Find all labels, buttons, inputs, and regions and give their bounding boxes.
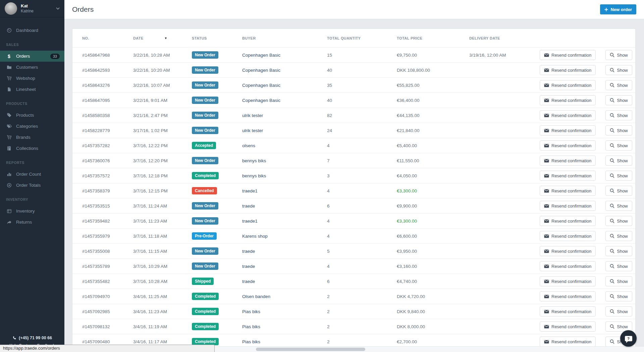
column-header-buyer[interactable]: BUYER (242, 36, 327, 40)
order-date: 3/7/16, 12:22 PM (133, 143, 192, 148)
sidebar-item-label: Brands (16, 135, 31, 140)
orders-count-badge: 33 (50, 54, 60, 59)
buyer-link[interactable]: Karens shop (242, 234, 268, 239)
status-badge: New Order (192, 81, 218, 89)
sidebar-item-order-totals[interactable]: Order Totals (0, 180, 64, 191)
resend-confirmation-button[interactable]: Resend confirmation (540, 246, 596, 256)
resend-confirmation-button[interactable]: Resend confirmation (540, 337, 596, 347)
resend-confirmation-button[interactable]: Resend confirmation (540, 140, 596, 151)
column-header-no[interactable]: NO. (82, 36, 133, 40)
buyer-link[interactable]: Pias biks (242, 339, 260, 344)
show-button[interactable]: Show (605, 125, 632, 135)
resend-confirmation-button[interactable]: Resend confirmation (540, 216, 596, 226)
show-button[interactable]: Show (605, 186, 632, 196)
new-order-button[interactable]: New order (600, 4, 636, 14)
total-price: DKK 8,000.00 (397, 324, 469, 329)
resend-confirmation-button[interactable]: Resend confirmation (540, 306, 596, 316)
column-header-date[interactable]: DATE▼ (133, 36, 192, 40)
show-button[interactable]: Show (605, 306, 632, 316)
buyer-link[interactable]: traede1 (242, 188, 258, 193)
total-quantity: 15 (327, 53, 397, 58)
show-button[interactable]: Show (605, 216, 632, 226)
sidebar-item-orders[interactable]: $Orders33 (0, 51, 64, 62)
buyer-link[interactable]: traede (242, 249, 255, 254)
resend-confirmation-button[interactable]: Resend confirmation (540, 186, 596, 196)
buyer-link[interactable]: Pias biks (242, 309, 260, 314)
total-price: €9,900.00 (397, 203, 469, 209)
column-header-status[interactable]: STATUS (192, 36, 242, 40)
buyer-link[interactable]: ulrik tester (242, 128, 263, 133)
resend-confirmation-button[interactable]: Resend confirmation (540, 95, 596, 105)
status-badge: Completed (192, 172, 219, 179)
status-badge: Shipped (192, 278, 214, 285)
buyer-link[interactable]: traede (242, 279, 255, 284)
resend-confirmation-button[interactable]: Resend confirmation (540, 231, 596, 241)
buyer-link[interactable]: Copenhagen Basic (242, 98, 280, 103)
show-button[interactable]: Show (605, 95, 632, 105)
show-button[interactable]: Show (605, 65, 632, 75)
total-quantity: 4 (327, 188, 397, 193)
show-button[interactable]: Show (605, 171, 632, 181)
buyer-link[interactable]: Copenhagen Basic (242, 68, 280, 73)
show-button[interactable]: Show (605, 246, 632, 256)
order-date: 3/4/16, 11:17 AM (133, 339, 192, 344)
sidebar-item-products[interactable]: Products (0, 110, 64, 121)
resend-confirmation-button[interactable]: Resend confirmation (540, 50, 596, 60)
show-button[interactable]: Show (605, 276, 632, 286)
column-header-total-price[interactable]: TOTAL PRICE (397, 36, 469, 40)
table-row: #1457098132 3/4/16, 11:19 AM Completed P… (72, 319, 635, 334)
order-number: #1458228779 (82, 128, 133, 133)
buyer-link[interactable]: Copenhagen Basic (242, 83, 280, 88)
table-row: #1457359482 3/7/16, 11:23 AM New Order t… (72, 213, 635, 228)
sidebar-item-inventory[interactable]: Inventory (0, 206, 64, 217)
sidebar-item-brands[interactable]: Brands (0, 132, 64, 143)
resend-confirmation-button[interactable]: Resend confirmation (540, 171, 596, 181)
order-number: #1457090480 (82, 339, 133, 344)
show-button[interactable]: Show (605, 50, 632, 60)
buyer-link[interactable]: Olsen banden (242, 294, 270, 299)
resend-confirmation-button[interactable]: Resend confirmation (540, 321, 596, 332)
buyer-link[interactable]: traede (242, 264, 255, 269)
show-button[interactable]: Show (605, 231, 632, 241)
resend-confirmation-button[interactable]: Resend confirmation (540, 65, 596, 75)
order-date: 3/7/16, 12:18 PM (133, 173, 192, 178)
column-header-total-quantity[interactable]: TOTAL QUANTITY (327, 36, 397, 40)
buyer-link[interactable]: Pias biks (242, 324, 260, 329)
resend-confirmation-button[interactable]: Resend confirmation (540, 156, 596, 166)
sidebar-item-linesheet[interactable]: Linesheet (0, 84, 64, 95)
show-button[interactable]: Show (605, 140, 632, 151)
show-button[interactable]: Show (605, 261, 632, 271)
resend-confirmation-button[interactable]: Resend confirmation (540, 261, 596, 271)
resend-confirmation-button[interactable]: Resend confirmation (540, 276, 596, 286)
sidebar-item-order-count[interactable]: Order Count (0, 169, 64, 180)
resend-confirmation-button[interactable]: Resend confirmation (540, 291, 596, 301)
sidebar-item-collections[interactable]: Collections (0, 143, 64, 154)
show-button[interactable]: Show (605, 156, 632, 166)
help-button[interactable]: ? (620, 330, 637, 347)
show-button[interactable]: Show (605, 291, 632, 301)
buyer-link[interactable]: traede (242, 203, 255, 209)
user-menu[interactable]: Kat Katrine (0, 0, 64, 17)
buyer-link[interactable]: bennys biks (242, 158, 266, 163)
bar-chart-icon (6, 172, 12, 177)
resend-confirmation-button[interactable]: Resend confirmation (540, 201, 596, 211)
show-button[interactable]: Show (605, 80, 632, 90)
resend-confirmation-button[interactable]: Resend confirmation (540, 110, 596, 120)
buyer-link[interactable]: olsens (242, 143, 255, 148)
buyer-link[interactable]: Copenhagen Basic (242, 53, 280, 58)
sidebar-item-customers[interactable]: Customers (0, 62, 64, 73)
show-button[interactable]: Show (605, 110, 632, 120)
total-price: €4,050.00 (397, 173, 469, 178)
buyer-link[interactable]: ulrik tester (242, 113, 263, 118)
buyer-link[interactable]: traede1 (242, 219, 258, 224)
column-header-delivery-date[interactable]: DELIVERY DATE (469, 36, 540, 40)
sidebar-item-dashboard[interactable]: Dashboard (0, 25, 64, 36)
scrollbar-thumb[interactable] (256, 348, 365, 351)
buyer-link[interactable]: bennys biks (242, 173, 266, 178)
sidebar-item-webshop[interactable]: Webshop (0, 73, 64, 84)
resend-confirmation-button[interactable]: Resend confirmation (540, 125, 596, 135)
resend-confirmation-button[interactable]: Resend confirmation (540, 80, 596, 90)
sidebar-item-categories[interactable]: Categories (0, 121, 64, 132)
sidebar-item-returns[interactable]: Returns (0, 217, 64, 228)
show-button[interactable]: Show (605, 201, 632, 211)
